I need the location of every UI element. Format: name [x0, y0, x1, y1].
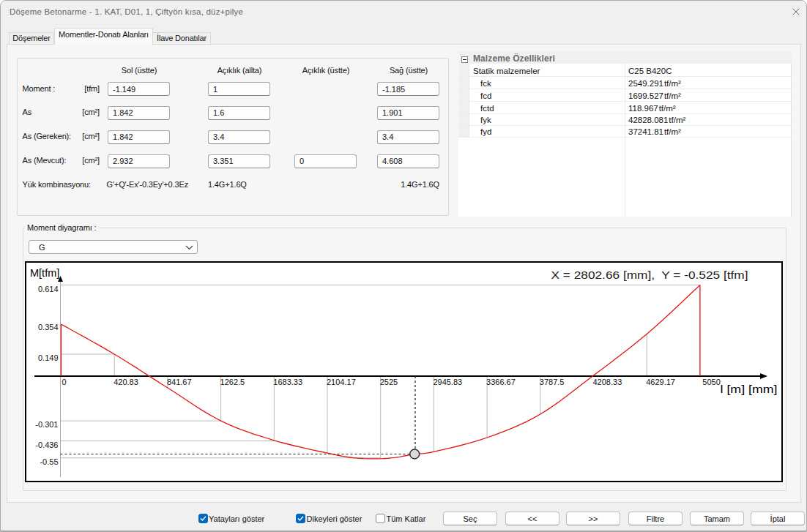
svg-text:2525: 2525	[380, 378, 398, 386]
svg-text:2945.83: 2945.83	[433, 378, 462, 386]
svg-text:4208.33: 4208.33	[593, 378, 622, 386]
svg-text:-0.436: -0.436	[35, 441, 58, 449]
svg-text:0: 0	[62, 378, 67, 386]
svg-text:l [m] [mm]: l [m] [mm]	[721, 383, 778, 395]
svg-text:-0.55: -0.55	[40, 457, 58, 466]
svg-text:420.83: 420.83	[114, 378, 138, 386]
svg-text:5050: 5050	[702, 378, 720, 386]
svg-text:4629.17: 4629.17	[646, 378, 675, 386]
svg-text:1683.33: 1683.33	[273, 378, 302, 386]
svg-text:1262.5: 1262.5	[220, 378, 245, 386]
svg-text:2104.17: 2104.17	[327, 378, 356, 386]
svg-text:841.67: 841.67	[167, 378, 192, 386]
svg-text:M[tfm]: M[tfm]	[30, 267, 59, 279]
svg-text:0.614: 0.614	[38, 285, 59, 293]
svg-text:0.149: 0.149	[38, 353, 59, 362]
svg-text:-0.301: -0.301	[35, 420, 58, 429]
svg-text:X = 2802.66 [mm], Y = -0.525: X = 2802.66 [mm], Y = -0.525 [tfm]	[551, 269, 748, 281]
svg-text:0.354: 0.354	[38, 323, 59, 331]
svg-text:3366.67: 3366.67	[486, 378, 516, 386]
svg-text:3787.5: 3787.5	[540, 378, 565, 386]
